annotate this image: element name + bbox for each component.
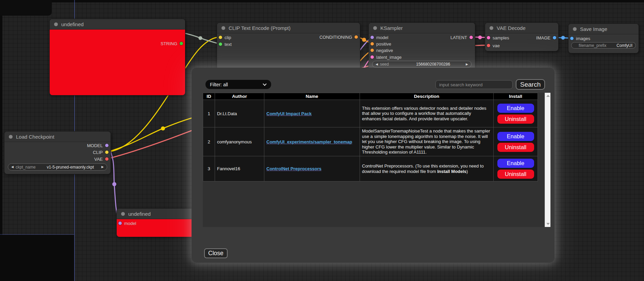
ckpt-name-widget[interactable]: ◀ ckpt_name v1-5-pruned-emaonly.ckpt ▶ — [8, 163, 107, 171]
output-slot-model[interactable]: MODEL — [87, 143, 109, 148]
node-collapse-dot[interactable] — [490, 26, 493, 30]
output-slot-conditioning[interactable]: CONDITIONING — [319, 34, 358, 40]
node-title-bar[interactable]: VAE Decode — [485, 23, 558, 33]
widget-label: seed — [380, 62, 389, 67]
filter-select[interactable]: Filter: all — [205, 80, 271, 89]
output-dot[interactable] — [354, 35, 358, 39]
input-slot-samples[interactable]: samples — [487, 35, 509, 40]
input-slot-vae[interactable]: vae — [487, 43, 500, 48]
uninstall-button[interactable]: Uninstall — [497, 170, 534, 179]
seed-widget[interactable]: ◀ seed 156680208700286 ▶ — [372, 61, 472, 68]
output-dot[interactable] — [469, 36, 473, 39]
output-dot[interactable] — [105, 157, 109, 161]
node-title-bar[interactable]: undefined — [50, 19, 185, 30]
widget-value: ComfyUI — [616, 43, 632, 48]
node-title-bar[interactable]: KSampler — [369, 23, 475, 33]
input-dot[interactable] — [370, 55, 374, 59]
output-dot[interactable] — [180, 42, 183, 45]
node-graph-canvas[interactable]: undefined STRING CLIP Text Encode (Promp… — [0, 0, 644, 281]
increment-arrow-icon[interactable]: ▶ — [466, 63, 468, 66]
input-dot[interactable] — [370, 42, 374, 46]
increment-arrow-icon[interactable]: ▶ — [101, 165, 104, 169]
input-slot-clip[interactable]: clip — [219, 35, 231, 40]
enable-button[interactable]: Enable — [497, 104, 534, 113]
output-dot[interactable] — [105, 151, 109, 154]
node-load-checkpoint[interactable]: Load Checkpoint MODEL CLIP VAE ◀ ckpt_na… — [4, 131, 111, 174]
decrement-arrow-icon[interactable]: ◀ — [11, 165, 14, 169]
input-slot-images[interactable]: images — [570, 36, 590, 41]
node-vae-decode[interactable]: VAE Decode samples vae IMAGE — [485, 22, 559, 51]
table-scrollbar[interactable] — [545, 93, 550, 227]
output-slot-vae[interactable]: VAE — [94, 156, 109, 162]
output-slot-string[interactable]: STRING — [161, 41, 183, 46]
input-dot[interactable] — [118, 222, 122, 225]
input-dot[interactable] — [370, 36, 374, 39]
uninstall-button[interactable]: Uninstall — [497, 115, 534, 124]
node-title-bar[interactable]: CLIP Text Encode (Prompt) — [217, 23, 360, 33]
description-bold: Install Models — [437, 169, 466, 174]
offscreen-node — [0, 0, 52, 16]
cell-name: ControlNet Preprocessors — [264, 156, 360, 181]
widget-value: v1-5-pruned-emaonly.ckpt — [47, 165, 94, 170]
node-collapse-dot[interactable] — [373, 26, 377, 30]
node-undefined-top[interactable]: undefined STRING — [49, 19, 185, 95]
input-dot[interactable] — [370, 49, 374, 52]
filename-prefix-widget[interactable]: filename_prefix ComfyUI — [571, 42, 636, 49]
extension-link[interactable]: ControlNet Preprocessors — [266, 166, 321, 171]
search-input[interactable] — [435, 80, 513, 89]
widget-label: ckpt_name — [16, 165, 36, 170]
input-slot-model[interactable]: model — [118, 221, 136, 226]
node-title-bar[interactable]: Save Image — [568, 24, 639, 34]
uninstall-button[interactable]: Uninstall — [497, 143, 534, 152]
input-slot-positive[interactable]: positive — [370, 41, 391, 47]
output-dot[interactable] — [553, 36, 556, 39]
node-title: CLIP Text Encode (Prompt) — [229, 25, 291, 31]
slot-label: clip — [225, 35, 231, 40]
cell-install: Enable Uninstall — [494, 156, 538, 181]
input-dot[interactable] — [219, 36, 222, 39]
output-dot[interactable] — [105, 144, 109, 147]
cell-description: This extension offers various detector n… — [360, 100, 494, 127]
slot-label: latent_image — [376, 55, 401, 60]
scroll-down-icon[interactable] — [546, 223, 550, 225]
input-dot[interactable] — [219, 42, 222, 46]
extension-link[interactable]: ComfyUI_experiments/sampler_tonemap — [266, 139, 352, 144]
enable-button[interactable]: Enable — [497, 159, 534, 168]
widget-label: filename_prefix — [579, 43, 606, 48]
enable-button[interactable]: Enable — [497, 132, 534, 141]
cell-id: 3 — [203, 156, 215, 181]
node-title-bar[interactable]: Load Checkpoint — [4, 131, 111, 142]
input-slot-latent-image[interactable]: latent_image — [370, 54, 401, 60]
output-slot-clip[interactable]: CLIP — [93, 150, 109, 155]
node-title: VAE Decode — [497, 25, 526, 31]
table-row: 2 comfyanonymous ComfyUI_experiments/sam… — [203, 127, 538, 156]
output-slot-latent[interactable]: LATENT — [450, 35, 473, 40]
input-slot-model[interactable]: model — [370, 35, 388, 40]
slot-label: images — [576, 36, 590, 41]
node-collapse-dot[interactable] — [121, 212, 125, 216]
search-button[interactable]: Search — [516, 79, 545, 90]
node-title: undefined — [128, 211, 151, 217]
node-save-image[interactable]: Save Image images filename_prefix ComfyU… — [568, 23, 639, 53]
node-collapse-dot[interactable] — [54, 22, 58, 26]
filter-select-wrap: Filter: all — [205, 80, 271, 89]
decrement-arrow-icon[interactable]: ◀ — [376, 63, 378, 66]
canvas-edge — [0, 0, 644, 2]
extension-link[interactable]: ComfyUI Impact Pack — [266, 111, 312, 116]
node-collapse-dot[interactable] — [573, 27, 577, 31]
cell-author: Fannovel16 — [215, 156, 264, 181]
node-title: Load Checkpoint — [16, 134, 54, 140]
slot-label: STRING — [161, 41, 177, 46]
output-slot-image[interactable]: IMAGE — [536, 35, 556, 40]
node-collapse-dot[interactable] — [9, 135, 13, 139]
close-button[interactable]: Close — [204, 248, 228, 258]
description-text: This extension offers various detector n… — [362, 106, 486, 121]
input-dot[interactable] — [487, 44, 490, 47]
input-slot-text[interactable]: text — [219, 41, 232, 47]
input-slot-negative[interactable]: negative — [370, 48, 393, 53]
scroll-up-icon[interactable] — [546, 95, 550, 97]
node-collapse-dot[interactable] — [221, 26, 225, 30]
input-dot[interactable] — [570, 37, 574, 40]
header-install: Install — [494, 93, 538, 100]
input-dot[interactable] — [487, 36, 490, 39]
